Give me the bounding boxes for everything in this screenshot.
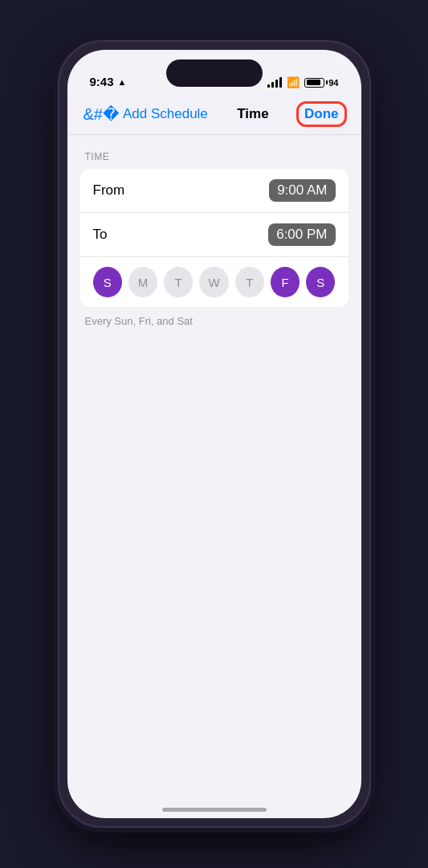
nav-bar: &#� Add Schedule Time Done xyxy=(67,93,361,135)
battery-icon: 94 xyxy=(304,78,338,88)
done-button[interactable]: Done xyxy=(298,103,345,125)
day-bubble-s2[interactable]: S xyxy=(306,267,335,297)
day-bubble-t2[interactable]: T xyxy=(235,267,264,297)
day-bubble-t1[interactable]: T xyxy=(164,267,193,297)
phone-shell: 9:43 ▲ 📶 94 xyxy=(58,40,371,828)
chevron-left-icon: &#� xyxy=(84,106,120,122)
location-icon: ▲ xyxy=(118,77,127,87)
dynamic-island xyxy=(166,59,263,87)
days-row: SMTWTFS xyxy=(80,257,349,307)
battery-label: 94 xyxy=(328,78,338,88)
day-bubble-s1[interactable]: S xyxy=(93,267,122,297)
day-bubble-f[interactable]: F xyxy=(271,267,300,297)
from-label: From xyxy=(93,182,125,199)
done-label: Done xyxy=(304,106,339,121)
status-icons: 📶 94 xyxy=(267,76,338,88)
from-value: 9:00 AM xyxy=(269,179,335,202)
wifi-icon: 📶 xyxy=(287,76,300,88)
to-value: 6:00 PM xyxy=(268,223,335,246)
signal-icon xyxy=(267,78,282,88)
screen: 9:43 ▲ 📶 94 xyxy=(67,50,361,818)
home-indicator xyxy=(162,808,267,812)
day-bubble-m[interactable]: M xyxy=(128,267,157,297)
to-row[interactable]: To 6:00 PM xyxy=(80,213,349,257)
clock-label: 9:43 xyxy=(90,75,114,88)
time-card: From 9:00 AM To 6:00 PM SMTWTFS xyxy=(80,169,349,307)
back-button[interactable]: &#� Add Schedule xyxy=(84,106,208,122)
back-label: Add Schedule xyxy=(123,106,208,122)
to-label: To xyxy=(93,227,108,243)
from-row[interactable]: From 9:00 AM xyxy=(80,169,349,213)
status-time: 9:43 ▲ xyxy=(90,75,127,88)
day-bubble-w[interactable]: W xyxy=(199,267,228,297)
content-area: TIME From 9:00 AM To 6:00 PM SMTWTFS Eve… xyxy=(67,135,361,818)
schedule-description: Every Sun, Fri, and Sat xyxy=(80,315,349,327)
section-label-time: TIME xyxy=(80,151,349,162)
page-title: Time xyxy=(237,106,268,122)
